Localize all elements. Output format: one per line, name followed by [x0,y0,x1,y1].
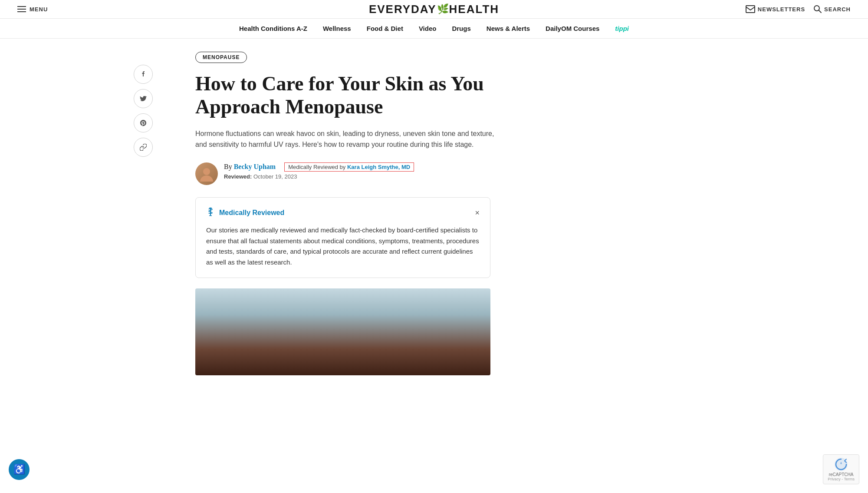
nav-item-video[interactable]: Video [419,25,437,32]
nav-item-wellness[interactable]: Wellness [323,25,351,32]
search-icon [814,5,822,13]
author-section: By Becky Upham Medically Reviewed by Kar… [195,162,499,185]
main-nav: Health Conditions A-Z Wellness Food & Di… [0,19,868,39]
facebook-icon [140,71,147,78]
med-review-close-button[interactable]: × [475,209,480,217]
header-actions: NEWSLETTERS SEARCH [746,5,851,13]
med-review-header: Medically Reviewed × [206,207,480,219]
medical-review-prefix: Medically Reviewed by [288,164,345,170]
caduceus-icon [206,207,215,219]
main-container: MENOPAUSE How to Care for Your Skin as Y… [130,39,738,375]
nav-item-news-alerts[interactable]: News & Alerts [487,25,530,32]
site-header: MENU EVERYDAY 🌿 HEALTH NEWSLETTERS SEARC… [0,0,868,39]
newsletters-button[interactable]: NEWSLETTERS [746,5,805,13]
svg-point-1 [814,6,819,11]
nav-item-tippi[interactable]: tippi [615,25,629,32]
twitter-share-button[interactable] [134,89,153,108]
category-badge[interactable]: MENOPAUSE [195,52,247,63]
logo-leaf-icon: 🌿 [437,3,449,15]
article-body: MENOPAUSE How to Care for Your Skin as Y… [195,39,499,375]
med-review-body: Our stories are medically reviewed and m… [206,225,480,268]
article-subtitle: Hormone fluctuations can wreak havoc on … [195,128,499,150]
nav-item-food-diet[interactable]: Food & Diet [367,25,403,32]
article-title: How to Care for Your Skin as You Approac… [195,73,499,119]
pinterest-icon [140,119,147,126]
nav-item-drugs[interactable]: Drugs [452,25,470,32]
article-hero-image [195,288,490,375]
nav-item-dailyom[interactable]: DailyOM Courses [546,25,599,32]
search-button[interactable]: SEARCH [814,5,851,13]
newsletters-label: NEWSLETTERS [758,6,805,13]
menu-label: MENU [30,6,48,13]
svg-point-3 [203,168,210,175]
logo-text-part1: EVERYDAY [369,3,437,16]
newsletter-icon [746,5,755,13]
by-label: By [224,163,232,170]
copy-link-button[interactable] [134,138,153,157]
author-avatar [195,162,218,185]
medical-review-label: Medically Reviewed by Kara Leigh Smythe,… [284,162,414,172]
link-icon [140,144,147,151]
svg-line-2 [819,10,821,13]
medical-reviewer-link[interactable]: Kara Leigh Smythe, MD [347,164,410,170]
twitter-icon [140,95,147,102]
review-date-value: October 19, 2023 [253,173,297,180]
social-sidebar [130,65,153,157]
nav-item-health-conditions[interactable]: Health Conditions A-Z [239,25,307,32]
author-byline: By Becky Upham Medically Reviewed by Kar… [224,162,414,172]
author-name-link[interactable]: Becky Upham [234,163,276,170]
facebook-share-button[interactable] [134,65,153,84]
medically-reviewed-box: Medically Reviewed × Our stories are med… [195,197,490,278]
med-review-title-group: Medically Reviewed [206,207,284,219]
svg-rect-0 [746,6,755,13]
header-top: MENU EVERYDAY 🌿 HEALTH NEWSLETTERS SEARC… [0,0,868,19]
menu-button[interactable]: MENU [17,6,48,13]
author-info: By Becky Upham Medically Reviewed by Kar… [224,162,414,180]
review-date: Reviewed: October 19, 2023 [224,173,414,180]
site-logo[interactable]: EVERYDAY 🌿 HEALTH [369,3,499,16]
logo-text-part2: HEALTH [449,3,500,16]
pinterest-share-button[interactable] [134,113,153,132]
med-review-title: Medically Reviewed [219,209,284,217]
hamburger-icon [17,6,26,12]
review-label: Reviewed: [224,173,252,180]
search-label: SEARCH [824,6,851,13]
